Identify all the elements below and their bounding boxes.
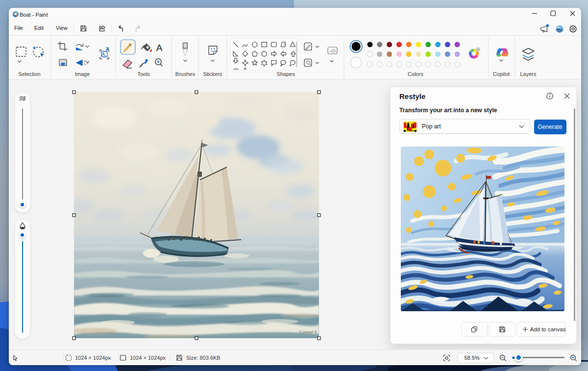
svg-text:A: A [156,43,163,53]
